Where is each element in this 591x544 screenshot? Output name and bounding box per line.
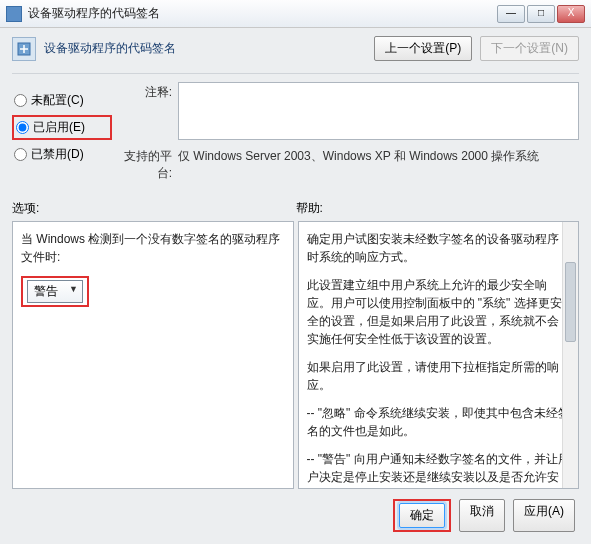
radio-disabled-label: 已禁用(D) (31, 146, 84, 163)
options-text: 当 Windows 检测到一个没有数字签名的驱动程序文件时: (21, 230, 285, 266)
options-panel: 当 Windows 检测到一个没有数字签名的驱动程序文件时: 警告 (12, 221, 294, 489)
radio-not-configured-label: 未配置(C) (31, 92, 84, 109)
comment-label: 注释: (118, 82, 178, 101)
titlebar: 设备驱动程序的代码签名 — □ X (0, 0, 591, 28)
help-scrollbar-thumb[interactable] (565, 262, 576, 342)
maximize-button[interactable]: □ (527, 5, 555, 23)
page-title: 设备驱动程序的代码签名 (44, 40, 176, 57)
apply-button[interactable]: 应用(A) (513, 499, 575, 532)
help-p2: 此设置建立组中用户系统上允许的最少安全响应。用户可以使用控制面板中的 "系统" … (307, 276, 571, 348)
help-heading: 帮助: (296, 200, 323, 217)
content-area: 设备驱动程序的代码签名 上一个设置(P) 下一个设置(N) 未配置(C) 已启用… (0, 28, 591, 544)
options-select-highlight: 警告 (21, 276, 89, 307)
platform-label: 支持的平台: (118, 146, 178, 182)
options-heading: 选项: (12, 200, 296, 217)
help-scrollbar[interactable] (562, 222, 578, 488)
app-icon (6, 6, 22, 22)
state-radios: 未配置(C) 已启用(E) 已禁用(D) (12, 82, 112, 188)
behavior-select[interactable]: 警告 (27, 280, 83, 303)
help-panel: 确定用户试图安装未经数字签名的设备驱动程序时系统的响应方式。 此设置建立组中用户… (298, 221, 580, 489)
close-button[interactable]: X (557, 5, 585, 23)
help-p3: 如果启用了此设置，请使用下拉框指定所需的响应。 (307, 358, 571, 394)
separator (12, 73, 579, 74)
radio-enabled-label: 已启用(E) (33, 119, 85, 136)
radio-enabled[interactable]: 已启用(E) (12, 115, 112, 140)
cancel-label: 取消 (470, 504, 494, 518)
platform-value: 仅 Windows Server 2003、Windows XP 和 Windo… (178, 146, 539, 165)
ok-label: 确定 (410, 508, 434, 522)
window-title: 设备驱动程序的代码签名 (28, 5, 497, 22)
comment-line: 注释: (118, 82, 579, 140)
ok-highlight: 确定 (393, 499, 451, 532)
policy-icon (12, 37, 36, 61)
help-p1: 确定用户试图安装未经数字签名的设备驱动程序时系统的响应方式。 (307, 230, 571, 266)
apply-label: 应用(A) (524, 504, 564, 518)
minimize-button[interactable]: — (497, 5, 525, 23)
cancel-button[interactable]: 取消 (459, 499, 505, 532)
next-setting-button[interactable]: 下一个设置(N) (480, 36, 579, 61)
radio-not-configured[interactable]: 未配置(C) (12, 90, 112, 111)
radio-disabled-input[interactable] (14, 148, 27, 161)
prev-setting-label: 上一个设置(P) (385, 41, 461, 55)
nav-buttons: 上一个设置(P) 下一个设置(N) (374, 36, 579, 61)
next-setting-label: 下一个设置(N) (491, 41, 568, 55)
help-p5: -- "警告" 向用户通知未经数字签名的文件，并让用户决定是停止安装还是继续安装… (307, 450, 571, 489)
help-p4: -- "忽略" 命令系统继续安装，即使其中包含未经签名的文件也是如此。 (307, 404, 571, 440)
section-labels: 选项: 帮助: (12, 200, 579, 217)
footer-buttons: 确定 取消 应用(A) (12, 489, 579, 536)
right-form: 注释: 支持的平台: 仅 Windows Server 2003、Windows… (118, 82, 579, 188)
header-row: 设备驱动程序的代码签名 上一个设置(P) 下一个设置(N) (12, 36, 579, 61)
radio-disabled[interactable]: 已禁用(D) (12, 144, 112, 165)
panels: 当 Windows 检测到一个没有数字签名的驱动程序文件时: 警告 确定用户试图… (12, 221, 579, 489)
comment-input[interactable] (178, 82, 579, 140)
help-body: 确定用户试图安装未经数字签名的设备驱动程序时系统的响应方式。 此设置建立组中用户… (307, 230, 571, 489)
window-controls: — □ X (497, 5, 585, 23)
radio-not-configured-input[interactable] (14, 94, 27, 107)
prev-setting-button[interactable]: 上一个设置(P) (374, 36, 472, 61)
behavior-select-value: 警告 (34, 284, 58, 298)
ok-button[interactable]: 确定 (399, 503, 445, 528)
platform-line: 支持的平台: 仅 Windows Server 2003、Windows XP … (118, 146, 579, 182)
radio-enabled-input[interactable] (16, 121, 29, 134)
config-row: 未配置(C) 已启用(E) 已禁用(D) 注释: 支持的平台: 仅 Window… (12, 82, 579, 188)
